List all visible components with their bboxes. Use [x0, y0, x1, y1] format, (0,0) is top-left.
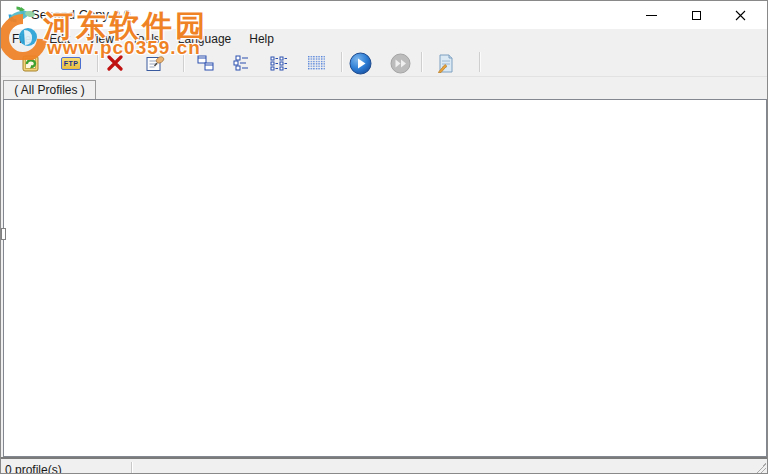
properties-icon	[146, 55, 165, 72]
toolbar-separator	[97, 52, 98, 72]
menu-edit[interactable]: Edit	[40, 30, 79, 48]
menu-help[interactable]: Help	[240, 30, 283, 48]
toolbar-separator	[421, 52, 422, 72]
tab-bar: ( All Profiles )	[1, 77, 767, 99]
view-details-button[interactable]	[304, 51, 328, 75]
view-large-icons-button[interactable]	[193, 51, 217, 75]
small-icons-view-icon	[270, 56, 288, 71]
close-icon	[735, 10, 746, 21]
maximize-icon	[692, 11, 701, 20]
details-view-icon	[308, 56, 325, 70]
tab-all-profiles[interactable]: ( All Profiles )	[3, 80, 96, 99]
window-title: Second Copy 9.0	[31, 7, 131, 22]
menu-tools[interactable]: Tools	[123, 30, 169, 48]
view-list-button[interactable]	[229, 51, 253, 75]
new-profile-icon	[22, 55, 40, 72]
view-log-button[interactable]	[434, 51, 458, 75]
log-icon	[437, 54, 455, 73]
app-icon	[8, 6, 25, 23]
toolbar-separator	[341, 52, 342, 72]
menu-view[interactable]: View	[79, 30, 123, 48]
status-bar: 0 profile(s)	[1, 459, 767, 474]
new-ftp-profile-button[interactable]: FTP	[59, 51, 83, 75]
menu-language[interactable]: Language	[169, 30, 240, 48]
title-bar: Second Copy 9.0	[1, 1, 767, 29]
menu-file[interactable]: File	[3, 30, 40, 48]
red-x-icon	[106, 55, 124, 71]
tab-all-profiles-label: ( All Profiles )	[14, 83, 85, 97]
status-bar-divider	[131, 462, 132, 474]
large-icons-view-icon	[197, 55, 214, 71]
new-profile-button[interactable]	[19, 51, 43, 75]
list-view-icon	[233, 55, 250, 71]
toolbar: FTP	[1, 49, 767, 77]
close-button[interactable]	[718, 1, 763, 29]
run-all-profiles-button[interactable]	[388, 51, 412, 75]
resize-grip-icon[interactable]	[755, 463, 766, 474]
left-edge-handle	[1, 228, 6, 240]
toolbar-separator	[479, 52, 480, 72]
minimize-icon	[646, 15, 657, 16]
run-icon	[349, 52, 372, 75]
delete-profile-button[interactable]	[103, 51, 127, 75]
run-all-icon	[390, 53, 411, 74]
profile-properties-button[interactable]	[143, 51, 167, 75]
run-profile-button[interactable]	[348, 51, 372, 75]
menu-bar: File Edit View Tools Language Help	[1, 29, 767, 49]
profiles-list-area[interactable]	[3, 99, 767, 457]
view-small-icons-button[interactable]	[267, 51, 291, 75]
maximize-button[interactable]	[674, 1, 719, 29]
ftp-icon: FTP	[61, 57, 81, 70]
app-window: Second Copy 9.0 File Edit View Tools Lan…	[0, 0, 768, 474]
minimize-button[interactable]	[629, 1, 674, 29]
profiles-count-label: 0 profile(s)	[5, 463, 62, 474]
toolbar-separator	[183, 52, 184, 72]
